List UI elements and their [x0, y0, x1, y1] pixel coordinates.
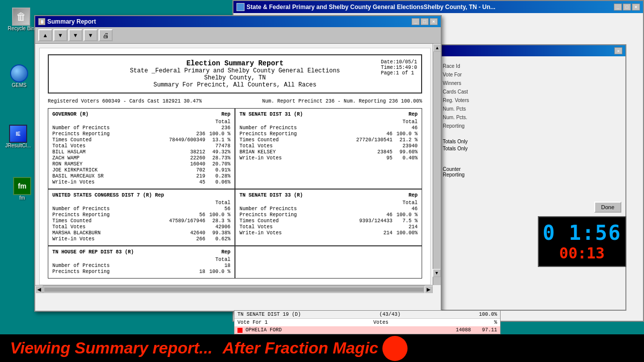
c7-reporting-val: 56 [175, 212, 205, 218]
report-subtitle1: State _Federal Primary and Shelby County… [53, 67, 417, 74]
tn33-times-counted-pct: 7.5 % [392, 218, 418, 224]
tn31-times-counted-val: 27720/130541 [356, 137, 392, 143]
bg-minimize-btn[interactable]: _ [614, 4, 622, 11]
c7-times-counted-val: 47589/167946 [169, 218, 205, 224]
bottom-sub-header: TN SENATE DIST 19 (D) (43/43) 100.0% [234, 311, 500, 319]
gems-icon[interactable]: GEMS [4, 64, 34, 88]
scroll-left-arrow[interactable]: ◀ [35, 286, 43, 294]
candidate-votes-5: 45 [180, 179, 205, 185]
c7-num-precincts: Number of Precincts 56 [52, 206, 230, 212]
field-winners: Winners [443, 80, 621, 86]
recycle-bin-icon[interactable]: 🗑 Recycle Bin [6, 8, 36, 31]
tn83-reporting-pct: 100.0 % [205, 269, 230, 275]
c7-total-header-val: Total [200, 200, 230, 206]
reporting-label-rp: Reporting [443, 172, 621, 177]
tn83-reporting-val: 18 [175, 269, 205, 275]
tn31-times-counted-label: Times Counted [239, 137, 356, 143]
summary-window-icon: 📋 [38, 18, 45, 25]
toolbar-down2-btn[interactable]: ▼ [68, 29, 83, 41]
scroll-track-h [44, 288, 424, 292]
field-num-pcts2-label: Num. Pcts. [443, 115, 467, 120]
totals-only-2: Totals Only [443, 146, 621, 151]
toolbar-down3-btn[interactable]: ▼ [84, 29, 98, 41]
candidate-votes-2: 16040 [180, 161, 205, 167]
tn33-cand-votes-0: 214 [367, 230, 392, 236]
race-tn-senate-31: TN SENATE DIST 31 (R) Rep Total Number o… [235, 108, 422, 189]
tn31-total-votes-val: 23940 [387, 143, 418, 149]
scroll-right-arrow[interactable]: ▶ [425, 286, 433, 294]
c7-candidate-0: MARSHA BLACKBURN 42640 99.38% [52, 230, 230, 236]
c7-precincts-val: 56 [200, 206, 230, 212]
c7-reporting-label: Precincts Reporting [52, 212, 175, 218]
jresult-icon[interactable]: IE JResultCl... [3, 125, 33, 148]
field-cards-cast-label: Cards Cast [443, 89, 468, 95]
report-main-title: Election Summary Report [53, 59, 417, 67]
candidate-row-4: BASIL MARCEAUX SR 219 0.28% [52, 173, 230, 179]
c7-cand-votes-1: 266 [180, 236, 205, 242]
tn31-total-header: Total [239, 119, 418, 125]
counter-section: Counter Reporting [443, 166, 621, 177]
total-header-val: Total [200, 119, 230, 125]
candidate-pct-5: 0.06% [205, 179, 230, 185]
scroll-up-arrow[interactable]: ▲ [433, 44, 441, 52]
tn31-total-header-val: Total [387, 119, 418, 125]
pct-col-label: % [494, 320, 497, 325]
clock-red-display: 00:13 [543, 244, 622, 262]
precincts-reporting-label: Precincts Reporting [52, 131, 175, 137]
clock-blue-display: 0 1:56 [543, 221, 622, 244]
tn83-precincts-reporting: Precincts Reporting 18 100.0 % [52, 269, 230, 275]
race-precincts-reporting: Precincts Reporting 236 100.0 % [52, 131, 230, 137]
candidate-name-2: RON RAMSEY [52, 161, 180, 167]
summary-maximize-btn[interactable]: □ [421, 18, 429, 25]
total-votes-val: 77478 [200, 143, 230, 149]
candidate-pct-0: 49.32% [205, 149, 230, 155]
toolbar-up-btn[interactable]: ▲ [38, 29, 52, 41]
scroll-down-arrow[interactable]: ▼ [433, 269, 441, 277]
report-content-area: Date:10/05/1 Time:15:49:0 Page:1 of 1 El… [35, 44, 441, 293]
done-button[interactable]: Done [594, 202, 621, 213]
summary-window-controls: _ □ × [412, 18, 438, 25]
candidate-votes-3: 702 [180, 167, 205, 173]
candidate-pct-4: 0.28% [205, 173, 230, 179]
tn33-precincts-reporting: Precincts Reporting 46 100.0 % [239, 212, 418, 218]
tn-senate-19-pct: 100.0% [479, 312, 497, 317]
tn83-total-header: Total [52, 257, 230, 262]
races-grid: GOVERNOR (R) Rep Total Number of Precinc… [48, 108, 422, 246]
toolbar-down-btn[interactable]: ▼ [53, 29, 67, 41]
summary-window-title: Summary Report [47, 18, 96, 25]
tn31-reporting-val: 46 [362, 131, 392, 137]
num-precincts-val: 236 [200, 125, 230, 131]
c7-precincts-reporting: Precincts Reporting 56 100.0 % [52, 212, 230, 218]
tn31-cand-name-1: Write-in Votes [239, 155, 367, 161]
tn33-header-val: Total [387, 200, 418, 206]
c7-reporting-pct: 100.0 % [205, 212, 230, 218]
report-header: Date:10/05/1 Time:15:49:0 Page:1 of 1 El… [48, 54, 422, 94]
tn31-cand-pct-1: 0.40% [392, 155, 418, 161]
tn31-cand-name-0: BRIAN KELSEY [239, 149, 367, 155]
tn33-times-counted-val: 9393/124433 [359, 218, 392, 224]
bottom-banner: Viewing Summary report... After Fraction… [0, 334, 644, 362]
vertical-scrollbar[interactable]: ▲ ▼ [433, 44, 441, 285]
tn83-reporting-label: Precincts Reporting [52, 269, 175, 275]
bg-maximize-btn[interactable]: □ [623, 4, 631, 11]
tn83-precincts-val: 18 [200, 263, 230, 268]
tn33-total-header: Total [239, 200, 418, 206]
fm-icon[interactable]: fm fm [7, 177, 37, 201]
num-precincts-label: Number of Precincts [52, 125, 200, 131]
report-stats-row: Registered Voters 600349 - Cards Cast 18… [48, 99, 422, 104]
c7-cand-votes-0: 42640 [180, 230, 205, 236]
horizontal-scrollbar[interactable]: ◀ ▶ [35, 285, 433, 293]
total-votes-label: Total Votes [52, 143, 200, 149]
race-governor-title: GOVERNOR (R) Rep [52, 112, 230, 117]
tn33-precincts-val: 46 [387, 206, 418, 212]
clock-widget: 0 1:56 00:13 [538, 216, 627, 267]
toolbar-print-btn[interactable]: 🖨 [99, 29, 113, 41]
candidate-votes-1: 22260 [180, 155, 205, 161]
tn33-cand-pct-0: 100.00% [392, 230, 418, 236]
summary-close-btn[interactable]: × [430, 18, 438, 25]
summary-minimize-btn[interactable]: _ [412, 18, 420, 25]
race-tn83-type: Rep [221, 249, 230, 255]
race-c7-name: UNITED STATES CONGRESS DIST 7 (R) Rep [52, 193, 164, 198]
right-panel-close-btn[interactable]: × [614, 47, 622, 54]
bg-close-btn[interactable]: × [632, 4, 640, 11]
